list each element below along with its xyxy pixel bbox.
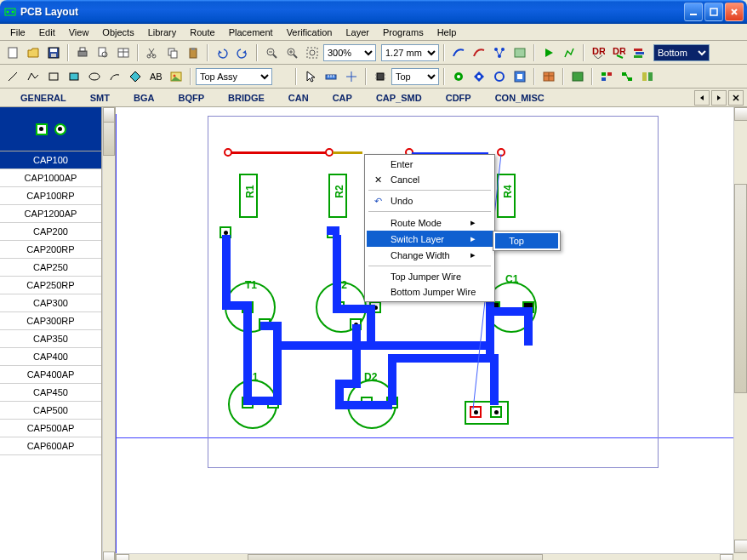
assy-combo[interactable]: Top Assy [196,68,272,85]
minimize-button[interactable] [684,3,703,21]
undo-icon[interactable] [213,43,231,62]
list-item[interactable]: CAP300RP [0,312,101,330]
close-button[interactable] [725,3,744,21]
tab-close-icon[interactable] [728,90,744,106]
ctx-undo[interactable]: ↶Undo [367,193,493,209]
pad-tool-icon[interactable] [449,67,468,86]
list-item[interactable]: CAP450 [0,384,101,402]
list-item[interactable]: CAP200 [0,223,101,241]
list-item[interactable]: CAP1200AP [0,205,101,223]
unroute-tool-icon[interactable] [470,43,488,62]
zoom-window-icon[interactable] [303,43,322,62]
list-item[interactable]: CAP100RP [0,187,101,205]
list-item[interactable]: CAP250 [0,259,101,277]
measure-tool-icon[interactable] [322,67,340,86]
tab-can[interactable]: CAN [277,90,321,106]
list-item[interactable]: CAP600AP [0,437,101,455]
maximize-button[interactable] [704,3,723,21]
menu-help[interactable]: Help [431,26,464,39]
zoom-combo[interactable]: 300% [323,44,376,61]
hole-tool-icon[interactable] [490,67,509,86]
menu-objects[interactable]: Objects [95,26,140,39]
tab-bga[interactable]: BGA [122,90,166,106]
table-tool-icon[interactable] [539,67,558,86]
menu-view[interactable]: View [62,26,96,39]
canvas-vscroll[interactable] [733,107,747,553]
component-tool-icon[interactable] [371,67,390,86]
cursor-tool-icon[interactable] [301,67,320,86]
arc-tool-icon[interactable] [105,67,124,86]
menu-layer[interactable]: Layer [339,26,376,39]
poly-fill-tool-icon[interactable] [126,67,145,86]
rect-tool-icon[interactable] [44,67,63,86]
zoom-out-icon[interactable] [262,43,281,62]
renumber-icon[interactable] [597,67,616,86]
list-item[interactable]: CAP100 [0,151,101,169]
menu-verification[interactable]: Verification [280,26,339,39]
drc-run-icon[interactable]: DRC [609,43,628,62]
part-list[interactable]: CAP100 CAP1000AP CAP100RP CAP1200AP CAP2… [0,151,101,560]
list-item[interactable]: CAP250RP [0,277,101,294]
layer-combo[interactable]: Bottom [653,44,710,61]
sidebar-scrollbar[interactable] [102,107,116,560]
ctx-top-jumper[interactable]: Top Jumper Wire [367,269,493,284]
open-icon[interactable] [24,43,43,62]
run-icon[interactable] [539,43,558,62]
cut-icon[interactable] [143,43,162,62]
image-tool-icon[interactable] [167,67,185,86]
print-icon[interactable] [73,43,92,62]
ctx-switch-layer[interactable]: Switch Layer▸ Top [367,231,493,247]
drc-icon[interactable]: DRC [589,43,607,62]
menu-library[interactable]: Library [141,26,184,39]
ctx-bottom-jumper[interactable]: Bottom Jumper Wire [367,284,493,300]
origin-tool-icon[interactable] [342,67,361,86]
menu-edit[interactable]: Edit [32,26,62,39]
canvas-hscroll[interactable] [116,553,733,560]
route-tool-icon[interactable] [449,43,468,62]
copper-pour-icon[interactable] [510,67,529,86]
titleblock-icon[interactable] [114,43,133,62]
layer-setup-icon[interactable] [630,43,648,62]
autoroute-icon[interactable] [560,43,579,62]
rect-fill-tool-icon[interactable] [65,67,83,86]
ctx-cancel[interactable]: ✕Cancel [367,172,493,187]
route-setup-icon[interactable] [510,43,529,62]
list-item[interactable]: CAP200RP [0,241,101,259]
polyline-tool-icon[interactable] [24,67,43,86]
ctx-change-width[interactable]: Change Width▸ [367,247,493,263]
new-icon[interactable] [3,43,22,62]
preview-icon[interactable] [94,43,112,62]
tab-bqfp[interactable]: BQFP [166,90,216,106]
redo-icon[interactable] [233,43,252,62]
menu-placement[interactable]: Placement [222,26,280,39]
update-icon[interactable] [618,67,636,86]
paste-icon[interactable] [184,43,202,62]
canvas-area[interactable]: R1 R2 R4 T1 T2 C1 D1 D2 [116,107,747,560]
text-tool-icon[interactable]: ABC [146,67,165,86]
submenu-top[interactable]: Top [495,233,558,249]
list-item[interactable]: CAP1000AP [0,169,101,187]
line-tool-icon[interactable] [3,67,22,86]
copy-icon[interactable] [163,43,182,62]
back-annotate-icon[interactable] [638,67,657,86]
zoom-in-icon[interactable] [282,43,301,62]
tab-scroll-right-icon[interactable] [711,90,727,106]
list-item[interactable]: CAP400AP [0,366,101,384]
tab-cdfp[interactable]: CDFP [434,90,483,106]
list-item[interactable]: CAP400 [0,348,101,366]
ctx-enter[interactable]: Enter [367,157,493,172]
pcb-canvas[interactable]: R1 R2 R4 T1 T2 C1 D1 D2 [116,107,747,560]
tab-cap[interactable]: CAP [321,90,364,106]
tab-con-misc[interactable]: CON_MISC [483,90,556,106]
ellipse-tool-icon[interactable] [85,67,104,86]
ctx-route-mode[interactable]: Route Mode▸ [367,214,493,231]
tab-smt[interactable]: SMT [78,90,122,106]
via-tool-icon[interactable] [470,67,488,86]
tab-scroll-left-icon[interactable] [694,90,710,106]
board-tool-icon[interactable] [568,67,587,86]
tab-general[interactable]: GENERAL [9,90,78,106]
tab-cap-smd[interactable]: CAP_SMD [364,90,434,106]
fanout-icon[interactable] [490,43,509,62]
list-item[interactable]: CAP350 [0,330,101,348]
menu-programs[interactable]: Programs [376,26,431,39]
